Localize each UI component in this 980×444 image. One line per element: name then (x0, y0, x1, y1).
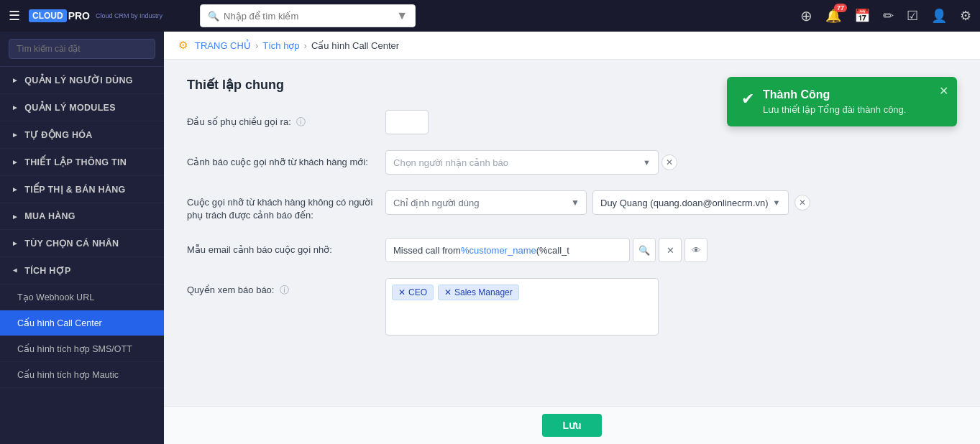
sidebar-item-setup-info[interactable]: ► THIẾT LẬP THÔNG TIN (0, 149, 164, 176)
sidebar-item-user-management[interactable]: ► QUẢN LÝ NGƯỜI DÙNG (0, 67, 164, 94)
checkbox-icon[interactable]: ☑ (907, 8, 918, 24)
recipient-select[interactable]: Chọn người nhận cảnh báo ▼ (385, 150, 659, 175)
top-nav-icons: ⊕ 🔔 77 📅 ✏ ☑ 👤 ⚙ (800, 7, 971, 24)
select-placeholder: Chọn người nhận cảnh báo (393, 157, 638, 168)
sidebar-sub-item-webhook[interactable]: Tạo Webhook URL (0, 285, 164, 310)
breadcrumb-current: Cấu hình Call Center (311, 40, 399, 51)
sidebar-sub-label: Cấu hình tích hợp Mautic (17, 369, 119, 380)
notification-badge: 77 (834, 4, 847, 12)
form-field-report-permission: ✕ CEO ✕ Sales Manager (385, 278, 957, 336)
tag-label-ceo: CEO (408, 287, 427, 297)
select-with-clear: Chọn người nhận cảnh báo ▼ ✕ (385, 150, 957, 175)
sidebar-sub-item-mautic[interactable]: Cấu hình tích hợp Mautic (0, 362, 164, 388)
save-button[interactable]: Lưu (542, 414, 601, 437)
breadcrumb-home[interactable]: TRANG CHỦ (195, 40, 251, 51)
sidebar-item-label: TÙY CHỌN CÁ NHÂN (24, 238, 119, 249)
success-toast: ✔ Thành Công Lưu thiết lập Tổng đài thàn… (727, 77, 957, 126)
clear-user-button[interactable]: ✕ (794, 195, 810, 211)
logo: CLOUD PRO Cloud CRM by Industry (29, 9, 162, 22)
breadcrumb-sep-1: › (255, 40, 258, 51)
check-circle-icon: ✔ (741, 90, 754, 108)
view-template-button[interactable]: 👁 (684, 238, 707, 262)
settings-icon[interactable]: ⚙ (960, 8, 971, 24)
form-row-missed-call-alert: Cảnh báo cuộc gọi nhỡ từ khách hàng mới:… (187, 150, 957, 175)
prefix-input[interactable] (385, 110, 429, 134)
search-bar[interactable]: 🔍 ▼ (200, 4, 416, 27)
tags-container[interactable]: ✕ CEO ✕ Sales Manager (385, 278, 659, 336)
toast-content: Thành Công Lưu thiết lập Tổng đài thành … (763, 88, 906, 115)
email-template-link: %customer_name (461, 245, 536, 256)
chevron-right-icon: ► (12, 158, 19, 166)
sidebar-item-automation[interactable]: ► TỰ ĐỘNG HÓA (0, 121, 164, 149)
sidebar-sub-item-sms[interactable]: Cấu hình tích hợp SMS/OTT (0, 336, 164, 362)
form-field-unassigned: Chỉ định người dùng ▼ Duy Quang (quang.d… (385, 190, 957, 215)
sidebar-item-label: QUẢN LÝ NGƯỜI DÙNG (24, 75, 133, 85)
sidebar-item-purchase[interactable]: ► MUA HÀNG (0, 203, 164, 230)
footer-bar: Lưu (164, 406, 980, 444)
breadcrumb-integration[interactable]: Tích hợp (262, 40, 299, 51)
chevron-down-icon: ▼ (396, 9, 408, 22)
sidebar-search-area (0, 32, 164, 67)
sidebar-item-label: TIẾP THỊ & BÁN HÀNG (24, 184, 125, 195)
assign-type-dropdown[interactable]: Chỉ định người dùng (385, 190, 587, 215)
chevron-right-icon: ► (12, 131, 19, 139)
form-field-email-template: Missed call from %customer_name (%call_t… (385, 238, 957, 262)
close-icon[interactable]: ✕ (939, 84, 948, 98)
sidebar-sub-label: Cấu hình Call Center (17, 318, 102, 328)
form-row-unassigned-call: Cuộc gọi nhỡ từ khách hàng không có ngườ… (187, 190, 957, 222)
email-template-rest: (%call_t (536, 245, 569, 256)
sidebar-sub-label: Tạo Webhook URL (17, 292, 94, 302)
sidebar-item-modules[interactable]: ► QUẢN LÝ MODULES (0, 94, 164, 121)
tag-ceo: ✕ CEO (392, 285, 434, 300)
sidebar-item-personal[interactable]: ► TÙY CHỌN CÁ NHÂN (0, 230, 164, 257)
help-icon[interactable]: ⓘ (280, 285, 289, 295)
user-select[interactable]: Duy Quang (quang.doan@onlinecrm.vn) ▼ (592, 190, 789, 215)
chevron-down-icon: ▼ (12, 267, 19, 274)
sidebar: ► QUẢN LÝ NGƯỜI DÙNG ► QUẢN LÝ MODULES ►… (0, 32, 164, 444)
tag-remove-sales-manager[interactable]: ✕ (444, 287, 452, 297)
chevron-right-icon: ► (12, 239, 19, 247)
tag-label-sales-manager: Sales Manager (454, 287, 513, 297)
sidebar-item-label: MUA HÀNG (24, 211, 75, 221)
form-row-email-template: Mẫu email cảnh báo cuộc gọi nhỡ: Missed … (187, 238, 957, 262)
email-template-input[interactable]: Missed call from %customer_name (%call_t (385, 238, 630, 262)
tag-remove-ceo[interactable]: ✕ (398, 287, 406, 297)
user-icon[interactable]: 👤 (931, 8, 947, 24)
search-icon: 🔍 (208, 11, 219, 22)
chevron-right-icon: ► (12, 185, 19, 193)
chart-icon[interactable]: ✏ (883, 8, 894, 24)
help-icon[interactable]: ⓘ (296, 116, 306, 127)
logo-cloud: CLOUD (29, 9, 67, 22)
sidebar-sub-item-call-center[interactable]: Cấu hình Call Center (0, 310, 164, 336)
form-label-unassigned: Cuộc gọi nhỡ từ khách hàng không có ngườ… (187, 190, 374, 222)
email-template-text: Missed call from (393, 245, 461, 256)
tag-sales-manager: ✕ Sales Manager (438, 285, 519, 300)
settings-icon: ⚙ (178, 39, 188, 52)
sidebar-item-integration[interactable]: ▼ TÍCH HỢP (0, 257, 164, 285)
email-template-row: Missed call from %customer_name (%call_t… (385, 238, 957, 262)
sidebar-search-input[interactable] (9, 39, 155, 59)
search-template-button[interactable]: 🔍 (633, 238, 656, 262)
notification-icon[interactable]: 🔔 77 (825, 8, 841, 24)
sidebar-item-label: TÍCH HỢP (24, 265, 70, 276)
sidebar-sub-label: Cấu hình tích hợp SMS/OTT (17, 343, 132, 354)
clear-button[interactable]: ✕ (661, 154, 677, 170)
sidebar-item-label: THIẾT LẬP THÔNG TIN (24, 157, 127, 167)
chevron-right-icon: ► (12, 103, 19, 111)
sidebar-item-label: TỰ ĐỘNG HÓA (24, 129, 92, 140)
toast-title: Thành Công (763, 88, 906, 101)
clear-template-button[interactable]: ✕ (659, 238, 682, 262)
calendar-icon[interactable]: 📅 (854, 8, 870, 24)
sidebar-item-marketing-sales[interactable]: ► TIẾP THỊ & BÁN HÀNG (0, 176, 164, 203)
breadcrumb: ⚙ TRANG CHỦ › Tích hợp › Cấu hình Call C… (164, 32, 980, 60)
form-field-missed-call: Chọn người nhận cảnh báo ▼ ✕ (385, 150, 957, 175)
sidebar-item-label: QUẢN LÝ MODULES (24, 102, 116, 113)
form-label-prefix: Đầu số phụ chiều gọi ra: ⓘ (187, 110, 374, 129)
hamburger-icon[interactable]: ☰ (9, 8, 20, 24)
toast-message: Lưu thiết lập Tổng đài thành công. (763, 104, 906, 115)
logo-pro: PRO (68, 10, 90, 22)
search-input[interactable] (224, 11, 392, 22)
user-select-value: Duy Quang (quang.doan@onlinecrm.vn) (600, 198, 769, 208)
chevron-down-icon: ▼ (773, 198, 781, 207)
add-icon[interactable]: ⊕ (800, 7, 812, 24)
